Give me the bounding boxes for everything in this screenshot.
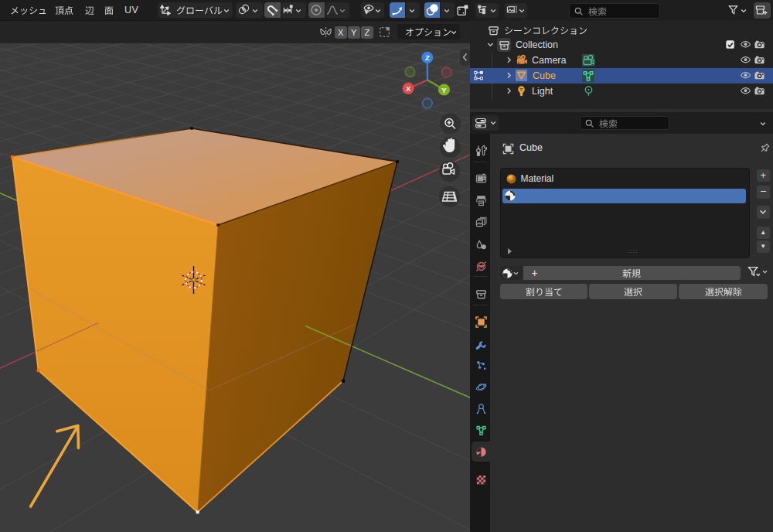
svg-text:Z: Z — [425, 53, 430, 62]
svg-text:Y: Y — [441, 86, 447, 94]
svg-text:X: X — [406, 84, 411, 93]
